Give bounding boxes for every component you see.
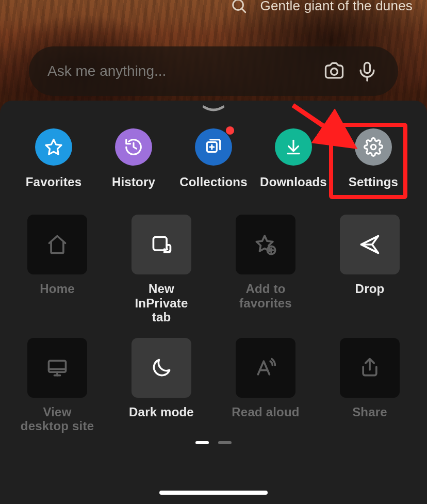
pager-dot-1[interactable] bbox=[195, 441, 209, 444]
home-indicator[interactable] bbox=[159, 491, 268, 495]
inprivate-label: New InPrivate tab bbox=[124, 282, 199, 324]
top-search-row: Gentle giant of the dunes bbox=[0, 0, 427, 14]
add-favorites-tile[interactable]: Add to favorites bbox=[228, 215, 303, 324]
pager[interactable] bbox=[0, 441, 427, 444]
sheet-grab-handle[interactable] bbox=[203, 105, 224, 113]
dark-mode-tile[interactable]: Dark mode bbox=[124, 338, 199, 433]
settings-button[interactable]: Settings bbox=[338, 128, 408, 189]
darkmode-square bbox=[132, 338, 191, 398]
top-search-query[interactable]: Gentle giant of the dunes bbox=[260, 0, 413, 14]
camera-icon[interactable] bbox=[322, 59, 347, 84]
history-circle bbox=[115, 128, 152, 166]
secondary-grid: Home New InPrivate tab Add to favorites bbox=[0, 203, 427, 437]
read-aloud-icon bbox=[254, 356, 277, 379]
downloads-button[interactable]: Downloads bbox=[258, 128, 329, 189]
history-label: History bbox=[112, 175, 155, 189]
history-button[interactable]: History bbox=[98, 128, 169, 189]
history-icon bbox=[124, 137, 143, 157]
svg-point-11 bbox=[371, 144, 376, 150]
svg-marker-5 bbox=[46, 139, 61, 154]
svg-point-2 bbox=[331, 69, 338, 75]
menu-sheet: Favorites History Collections bbox=[0, 101, 427, 504]
add-fav-square bbox=[236, 215, 295, 274]
settings-label: Settings bbox=[349, 175, 398, 189]
view-desktop-tile[interactable]: View desktop site bbox=[20, 338, 95, 433]
favorites-label: Favorites bbox=[26, 175, 82, 189]
downloads-circle bbox=[275, 128, 312, 166]
share-square bbox=[340, 338, 400, 398]
pager-dot-2[interactable] bbox=[218, 441, 232, 444]
svg-rect-18 bbox=[49, 361, 66, 372]
readaloud-square bbox=[236, 338, 295, 398]
collections-label: Collections bbox=[179, 175, 248, 189]
inprivate-icon bbox=[150, 233, 173, 256]
darkmode-label: Dark mode bbox=[129, 405, 194, 419]
star-icon bbox=[44, 137, 63, 157]
share-label: Share bbox=[352, 405, 387, 419]
svg-rect-12 bbox=[153, 237, 167, 250]
inprivate-square bbox=[132, 215, 191, 274]
desktop-label: View desktop site bbox=[20, 405, 95, 433]
gear-icon bbox=[364, 137, 383, 157]
desktop-square bbox=[27, 338, 87, 398]
readaloud-label: Read aloud bbox=[232, 405, 299, 419]
settings-circle bbox=[355, 128, 392, 166]
read-aloud-tile[interactable]: Read aloud bbox=[228, 338, 303, 433]
home-icon bbox=[46, 233, 69, 256]
divider bbox=[0, 203, 427, 203]
star-add-icon bbox=[254, 233, 277, 256]
desktop-icon bbox=[46, 356, 69, 379]
downloads-label: Downloads bbox=[260, 175, 327, 189]
notification-badge bbox=[226, 126, 234, 135]
drop-square bbox=[340, 215, 400, 274]
ask-input[interactable]: Ask me anything... bbox=[29, 46, 398, 96]
drop-label: Drop bbox=[355, 282, 385, 296]
search-icon[interactable] bbox=[230, 0, 248, 14]
collections-button[interactable]: Collections bbox=[178, 128, 249, 189]
collections-circle bbox=[195, 128, 232, 166]
home-label: Home bbox=[40, 282, 74, 296]
moon-icon bbox=[150, 356, 173, 379]
add-fav-label: Add to favorites bbox=[228, 282, 303, 310]
new-inprivate-tile[interactable]: New InPrivate tab bbox=[124, 215, 199, 324]
home-square bbox=[27, 215, 87, 274]
share-tile[interactable]: Share bbox=[332, 338, 407, 433]
download-icon bbox=[284, 137, 303, 157]
favorites-circle bbox=[35, 128, 72, 166]
svg-line-1 bbox=[242, 9, 245, 12]
drop-tile[interactable]: Drop bbox=[332, 215, 407, 324]
collections-icon bbox=[204, 137, 223, 157]
home-tile[interactable]: Home bbox=[20, 215, 95, 324]
primary-action-row: Favorites History Collections bbox=[0, 101, 427, 203]
svg-point-0 bbox=[233, 0, 243, 10]
ask-placeholder: Ask me anything... bbox=[47, 63, 314, 79]
send-icon bbox=[358, 233, 381, 256]
mic-icon[interactable] bbox=[355, 59, 380, 84]
svg-rect-3 bbox=[365, 63, 370, 73]
favorites-button[interactable]: Favorites bbox=[19, 128, 89, 189]
share-icon bbox=[358, 356, 381, 379]
